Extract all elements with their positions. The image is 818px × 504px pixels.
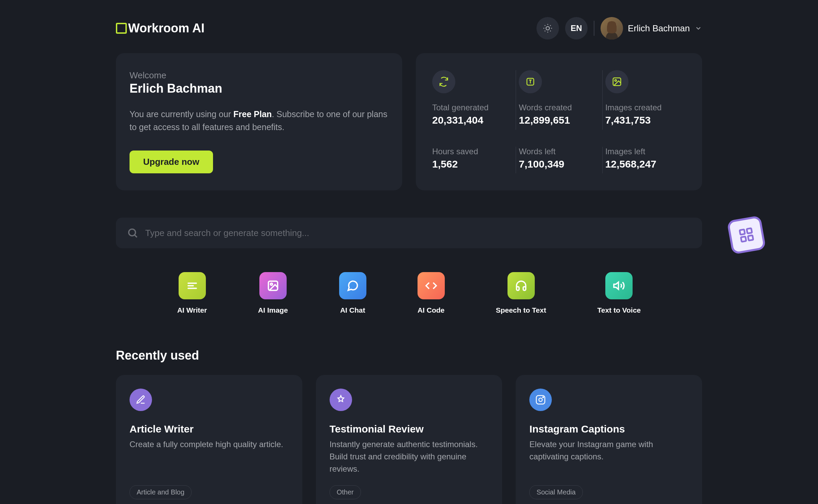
user-name: Erlich Bachman	[628, 23, 690, 34]
tools-row: AI Writer AI Image AI Chat AI Code Speec…	[116, 272, 702, 314]
welcome-card: Welcome Erlich Bachman You are currently…	[116, 53, 402, 190]
stat-label: Hours saved	[432, 147, 513, 156]
svg-rect-11	[740, 230, 745, 235]
plan-text: You are currently using our Free Plan. S…	[130, 108, 389, 133]
divider	[594, 21, 594, 36]
theme-toggle-button[interactable]	[536, 17, 559, 40]
image-icon	[259, 272, 287, 299]
welcome-label: Welcome	[130, 70, 389, 81]
avatar	[601, 17, 623, 40]
stat-label: Words left	[519, 147, 599, 156]
tool-text-to-voice[interactable]: Text to Voice	[597, 272, 641, 314]
tool-ai-code[interactable]: AI Code	[418, 272, 445, 314]
stat-label: Words created	[519, 103, 599, 112]
search-input[interactable]	[145, 228, 691, 238]
user-menu[interactable]: Erlich Bachman	[601, 17, 702, 40]
welcome-name: Erlich Bachman	[130, 81, 389, 96]
text-icon	[519, 70, 542, 93]
chat-icon	[339, 272, 366, 299]
tag: Social Media	[529, 485, 583, 499]
tool-speech-to-text[interactable]: Speech to Text	[496, 272, 546, 314]
recent-desc: Elevate your Instagram game with captiva…	[529, 438, 688, 475]
code-icon	[418, 272, 445, 299]
logo-icon	[116, 23, 127, 34]
recent-card-article-writer[interactable]: Article Writer Create a fully complete h…	[116, 375, 302, 504]
stat-images-created: Images created 7,431,753	[602, 70, 688, 130]
refresh-icon	[432, 70, 455, 93]
recent-card-testimonial-review[interactable]: Testimonial Review Instantly generate au…	[316, 375, 502, 504]
tool-ai-chat[interactable]: AI Chat	[339, 272, 366, 314]
chevron-down-icon	[695, 25, 702, 32]
search-icon	[127, 227, 138, 239]
stat-value: 20,331,404	[432, 114, 513, 126]
tool-label: AI Writer	[177, 306, 207, 314]
svg-point-4	[615, 80, 616, 81]
tool-label: AI Chat	[340, 306, 365, 314]
svg-rect-12	[747, 228, 752, 234]
svg-rect-14	[748, 235, 753, 241]
recent-title: Instagram Captions	[529, 423, 688, 435]
stat-images-left: Images left 12,568,247	[602, 147, 688, 174]
tag: Other	[330, 485, 361, 499]
language-button[interactable]: EN	[565, 17, 588, 40]
stat-value: 7,100,349	[519, 158, 599, 170]
stat-label: Images left	[605, 147, 686, 156]
stat-hours-saved: Hours saved 1,562	[429, 147, 516, 174]
tool-ai-writer[interactable]: AI Writer	[177, 272, 207, 314]
upgrade-button[interactable]: Upgrade now	[130, 151, 213, 173]
headphones-icon	[508, 272, 535, 299]
stat-value: 12,899,651	[519, 114, 599, 126]
tool-label: Text to Voice	[597, 306, 641, 314]
tool-label: AI Image	[258, 306, 288, 314]
stat-value: 7,431,753	[605, 114, 686, 126]
lines-icon	[179, 272, 206, 299]
volume-icon	[605, 272, 633, 299]
recent-title: Article Writer	[130, 423, 289, 435]
stat-words-left: Words left 7,100,349	[516, 147, 602, 174]
svg-point-9	[539, 398, 542, 401]
recent-desc: Create a fully complete high quality art…	[130, 438, 289, 475]
header-right: EN Erlich Bachman	[536, 17, 702, 40]
stat-total-generated: Total generated 20,331,404	[429, 70, 516, 130]
svg-point-10	[543, 397, 544, 398]
stat-words-created: Words created 12,899,651	[516, 70, 602, 130]
stat-label: Total generated	[432, 103, 513, 112]
float-widget-button[interactable]	[727, 215, 766, 255]
svg-point-5	[129, 229, 136, 236]
recent-card-instagram-captions[interactable]: Instagram Captions Elevate your Instagra…	[516, 375, 702, 504]
image-icon	[605, 70, 628, 93]
instagram-icon	[529, 389, 552, 411]
svg-rect-13	[741, 236, 746, 242]
svg-point-0	[546, 27, 549, 30]
search-bar[interactable]	[116, 218, 702, 248]
tool-label: Speech to Text	[496, 306, 546, 314]
recently-used-title: Recently used	[116, 348, 702, 363]
sun-icon	[543, 23, 553, 33]
svg-point-7	[270, 283, 272, 285]
stars-icon	[330, 389, 352, 411]
tool-ai-image[interactable]: AI Image	[258, 272, 288, 314]
stats-card: Total generated 20,331,404 Words created…	[416, 53, 702, 190]
recent-desc: Instantly generate authentic testimonial…	[330, 438, 489, 475]
header: Workroom AI EN Erlich Bachman	[116, 17, 702, 40]
pencil-icon	[130, 389, 152, 411]
grid-icon	[737, 226, 755, 244]
stat-value: 12,568,247	[605, 158, 686, 170]
stat-value: 1,562	[432, 158, 513, 170]
logo[interactable]: Workroom AI	[116, 21, 204, 35]
recent-title: Testimonial Review	[330, 423, 489, 435]
tool-label: AI Code	[418, 306, 444, 314]
language-label: EN	[571, 23, 582, 33]
stat-label: Images created	[605, 103, 686, 112]
tag: Article and Blog	[130, 485, 192, 499]
recent-row: Article Writer Create a fully complete h…	[116, 375, 702, 504]
brand-name: Workroom AI	[128, 21, 204, 35]
